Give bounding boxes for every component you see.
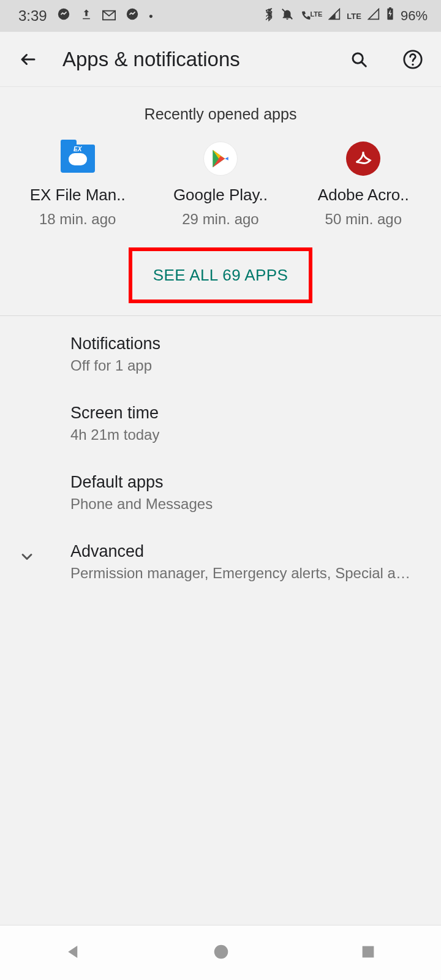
setting-title: Default apps xyxy=(70,473,213,492)
setting-title: Advanced xyxy=(70,542,413,561)
app-name-label: Adobe Acro.. xyxy=(318,186,409,205)
svg-point-8 xyxy=(412,63,413,65)
app-bar: Apps & notifications xyxy=(0,32,441,87)
chevron-down-icon xyxy=(18,548,36,568)
search-button[interactable] xyxy=(347,47,371,72)
setting-title: Screen time xyxy=(70,404,159,423)
recent-app-ex-file-manager[interactable]: EX EX File Man.. 18 min. ago xyxy=(7,141,148,228)
page-title: Apps & notifications xyxy=(62,48,325,71)
setting-subtitle: Permission manager, Emergency alerts, Sp… xyxy=(70,565,413,582)
nav-back-button[interactable] xyxy=(64,943,83,963)
battery-icon xyxy=(386,7,394,24)
more-dot-icon: ● xyxy=(149,12,153,20)
nav-home-button[interactable] xyxy=(212,943,230,963)
app-time-label: 29 min. ago xyxy=(182,211,258,228)
setting-subtitle: Phone and Messages xyxy=(70,496,213,513)
app-time-label: 50 min. ago xyxy=(325,211,402,228)
setting-screen-time[interactable]: Screen time 4h 21m today xyxy=(0,389,441,458)
battery-percent: 96% xyxy=(401,8,428,24)
help-button[interactable] xyxy=(401,47,425,72)
messenger2-icon xyxy=(126,7,139,24)
setting-default-apps[interactable]: Default apps Phone and Messages xyxy=(0,458,441,527)
setting-subtitle: Off for 1 app xyxy=(70,357,160,374)
setting-advanced[interactable]: Advanced Permission manager, Emergency a… xyxy=(0,527,441,597)
lte-label: LTE xyxy=(347,12,361,21)
svg-point-9 xyxy=(214,944,228,959)
svg-rect-5 xyxy=(389,7,391,9)
app-time-label: 18 min. ago xyxy=(39,211,116,228)
settings-list: Notifications Off for 1 app Screen time … xyxy=(0,316,441,597)
dnd-off-icon xyxy=(281,7,294,24)
app-name-label: EX File Man.. xyxy=(30,186,126,205)
adobe-acrobat-icon xyxy=(346,141,380,176)
svg-rect-10 xyxy=(362,946,374,957)
recent-app-google-play[interactable]: Google Play.. 29 min. ago xyxy=(149,141,291,228)
setting-notifications[interactable]: Notifications Off for 1 app xyxy=(0,320,441,389)
signal2-icon xyxy=(368,8,380,24)
status-time: 3:39 xyxy=(18,7,47,24)
status-bar: 3:39 ● LTE LTE xyxy=(0,0,441,32)
recent-apps-row: EX EX File Man.. 18 min. ago Google Play… xyxy=(0,135,441,246)
back-button[interactable] xyxy=(16,47,40,72)
gmail-icon xyxy=(102,7,116,24)
signal1-icon xyxy=(328,8,341,24)
recent-app-adobe-acrobat[interactable]: Adobe Acro.. 50 min. ago xyxy=(293,141,434,228)
upload-icon xyxy=(80,7,92,24)
messenger1-icon xyxy=(57,7,70,24)
google-play-icon xyxy=(203,141,238,176)
call-lte-icon: LTE xyxy=(300,10,322,21)
app-name-label: Google Play.. xyxy=(173,186,268,205)
setting-subtitle: 4h 21m today xyxy=(70,426,159,443)
nav-recent-button[interactable] xyxy=(360,943,377,963)
bluetooth-icon xyxy=(263,7,274,25)
navigation-bar xyxy=(0,925,441,980)
ex-file-manager-icon: EX xyxy=(61,141,95,176)
see-all-apps-button[interactable]: SEE ALL 69 APPS xyxy=(129,247,312,303)
setting-title: Notifications xyxy=(70,334,160,353)
recent-apps-header: Recently opened apps xyxy=(0,87,441,135)
